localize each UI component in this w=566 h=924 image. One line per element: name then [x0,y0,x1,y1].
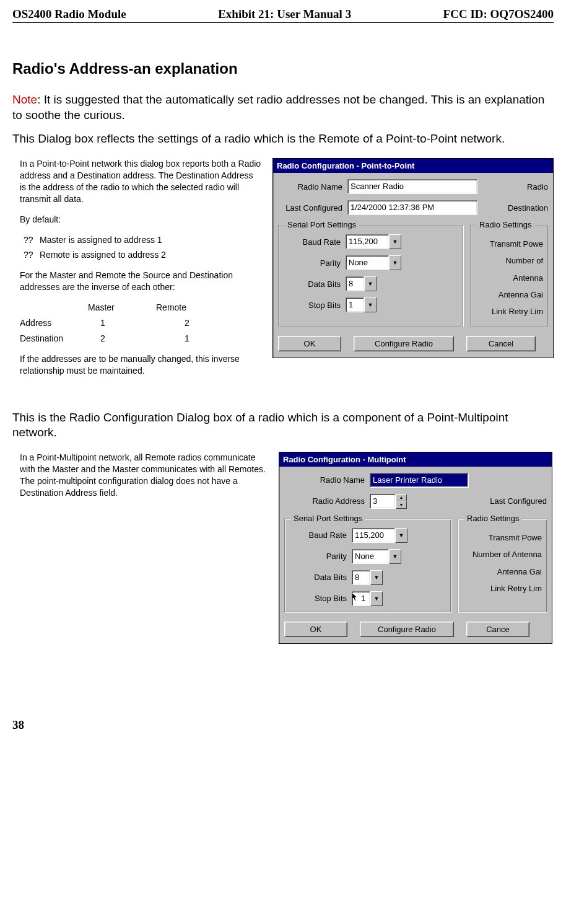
chevron-down-icon[interactable]: ▼ [389,234,401,249]
parity-label: Parity [285,258,346,268]
ptp-p1: In a Point-to-Point network this dialog … [20,158,261,205]
td-1: 1 [88,317,168,329]
ptp-dialog: Radio Configuration - Point-to-Point Rad… [272,158,554,358]
bullet-2-text: Remote is assigned to address 2 [40,249,166,261]
td-2b: 2 [88,333,168,345]
databits-value: 8 [346,276,364,291]
bullet-prefix: ?? [24,234,40,246]
databits-label: Data Bits [285,279,346,289]
stopbits-label: Stop Bits [285,301,346,310]
parity-value: None [346,255,389,270]
last-configured-label: Last Configured [278,203,347,213]
cancel-button[interactable]: Cance [466,622,529,637]
baud-label: Baud Rate [291,530,352,540]
radio-settings-group: Radio Settings Transmit Powe Number of A… [458,519,547,613]
page-number: 38 [12,718,554,732]
stopbits-combo[interactable]: 1 ▼ [352,591,383,606]
radio-name-input[interactable]: Scanner Radio [347,179,477,194]
td-address: Address [20,317,88,329]
radio-settings-legend: Radio Settings [464,514,522,523]
note-text: : It is suggested that the automatically… [12,93,544,121]
antenna-gain-label: Antenna Gai [477,286,543,303]
parity-combo[interactable]: None ▼ [346,255,401,270]
radio-name-label: Radio Name [284,475,370,485]
radio-address-label: Radio Address [284,496,370,506]
bullet-1: ?? Master is assigned to address 1 [24,234,261,246]
antenna-gain-label: Antenna Gai [464,563,542,580]
td-destination: Destination [20,333,88,345]
destination-cut-label: Destination [500,203,548,213]
chevron-down-icon[interactable]: ▼ [395,528,407,543]
stopbits-value: 1 [352,591,370,606]
baud-value: 115,200 [352,528,395,543]
ok-button[interactable]: OK [284,622,347,637]
page-header: OS2400 Radio Module Exhibit 21: User Man… [12,7,554,23]
bullet-prefix: ?? [24,249,40,261]
mp-titlebar[interactable]: Radio Configuration - Multipoint [279,452,552,467]
td-2: 2 [168,317,234,329]
serial-port-legend: Serial Port Settings [291,514,365,523]
radio-name-label: Radio Name [278,182,347,191]
mp-dialog: Radio Configuration - Multipoint Radio N… [279,452,552,644]
last-configured-label: Last Configured [490,496,547,506]
ptp-explanation: In a Point-to-Point network this dialog … [12,158,261,385]
ok-button[interactable]: OK [278,336,341,351]
mp-p1: In a Point-Multipoint network, all Remot… [20,452,268,499]
chevron-down-icon[interactable]: ▼ [364,297,377,312]
td-1b: 1 [168,333,234,345]
baud-combo[interactable]: 115,200 ▼ [346,234,401,249]
address-table: Master Remote Address 1 2 Destination 2 … [20,302,261,345]
chevron-down-icon[interactable]: ▼ [389,255,401,270]
chevron-down-icon[interactable]: ▼ [370,570,383,585]
num-antenna-label: Number of Antenna [477,252,543,286]
mp-intro: This is the Radio Configuration Dialog b… [12,410,554,441]
th-remote: Remote [156,302,206,314]
th-blank [20,302,88,314]
stopbits-value: 1 [346,297,364,312]
header-center: Exhibit 21: User Manual 3 [218,7,351,21]
radio-cut-label: Radio [502,182,548,191]
parity-combo[interactable]: None ▼ [352,549,401,564]
chevron-down-icon[interactable]: ▼ [370,591,383,606]
spin-up-icon[interactable]: ▲ [396,494,407,501]
serial-port-group: Serial Port Settings Baud Rate 115,200 ▼… [278,225,464,327]
ptp-p3: For the Master and Remote the Source and… [20,270,261,293]
databits-label: Data Bits [291,573,352,582]
databits-value: 8 [352,570,370,585]
bullet-1-text: Master is assigned to address 1 [40,234,162,246]
radio-address-spinner[interactable]: 3 ▲ ▼ [370,494,407,509]
note-paragraph: Note: It is suggested that the automatic… [12,92,554,123]
databits-combo[interactable]: 8 ▼ [352,570,383,585]
stopbits-combo[interactable]: 1 ▼ [346,297,377,312]
radio-settings-group: Radio Settings Transmit Powe Number of A… [470,225,548,327]
transmit-power-label: Transmit Powe [464,529,542,546]
th-master: Master [88,302,156,314]
baud-value: 115,200 [346,234,389,249]
parity-label: Parity [291,552,352,561]
ptp-titlebar[interactable]: Radio Configuration - Point-to-Point [273,159,553,173]
ptp-p2: By default: [20,214,261,226]
databits-combo[interactable]: 8 ▼ [346,276,377,291]
baud-label: Baud Rate [285,237,346,247]
serial-port-legend: Serial Port Settings [285,220,359,229]
header-left: OS2400 Radio Module [12,7,126,21]
section-title: Radio's Address-an explanation [12,60,554,77]
transmit-power-label: Transmit Powe [477,235,543,252]
configure-radio-button[interactable]: Configure Radio [360,622,454,637]
link-retry-label: Link Retry Lim [477,303,543,320]
chevron-down-icon[interactable]: ▼ [364,276,377,291]
bullet-2: ?? Remote is assigned to address 2 [24,249,261,261]
note-label: Note [12,93,37,106]
spin-down-icon[interactable]: ▼ [396,501,407,509]
ptp-p4: If the addresses are to be manually chan… [20,353,261,377]
link-retry-label: Link Retry Lim [464,580,542,597]
cancel-button[interactable]: Cancel [466,336,536,351]
radio-name-input[interactable]: Laser Printer Radio [370,473,469,488]
configure-radio-button[interactable]: Configure Radio [354,336,454,351]
radio-address-value: 3 [370,494,396,509]
mp-explanation: In a Point-Multipoint network, all Remot… [12,452,268,508]
chevron-down-icon[interactable]: ▼ [389,549,401,564]
baud-combo[interactable]: 115,200 ▼ [352,528,407,543]
last-configured-input[interactable]: 1/24/2000 12:37:36 PM [347,200,477,215]
ptp-intro: This Dialog box reflects the settings of… [12,131,554,147]
